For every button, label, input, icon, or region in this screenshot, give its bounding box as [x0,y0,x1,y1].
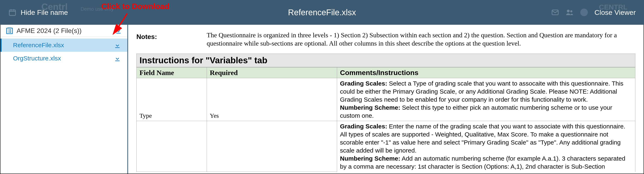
annotation-arrow-icon [110,12,132,35]
table-row: Grading Scales: Enter the name of the gr… [136,121,635,172]
grading-scales-label: Grading Scales: [340,80,387,87]
section-header-variables: Instructions for "Variables" tab [136,54,635,67]
svg-point-4 [580,9,588,16]
mail-icon[interactable] [551,8,559,16]
col-header-required: Required [207,67,337,78]
variables-table: Field Name Required Comments/Instruction… [136,67,635,172]
download-icon[interactable] [114,41,121,49]
cell-field [136,121,207,172]
content-area: Notes: The Questionnaire is organized in… [128,25,644,174]
sidebar-group-header[interactable]: AFME 2024 (2 File(s)) [0,25,127,37]
sidebar-item-label: ReferenceFile.xlsx [13,42,64,49]
numbering-scheme-label: Numbering Scheme: [340,155,400,162]
sidebar-list: ReferenceFile.xlsx OrgStructure.xlsx [0,37,127,67]
brand-ghost: Centrl [41,2,68,12]
annotation-label: Click to Download [101,2,169,11]
svg-rect-0 [9,10,16,15]
sidebar-item-reference-file[interactable]: ReferenceFile.xlsx [0,39,127,52]
file-title: ReferenceFile.xlsx [288,8,356,17]
download-icon[interactable] [114,55,121,62]
cell-field: Type [136,78,207,121]
numbering-scheme-label: Numbering Scheme: [340,104,400,111]
sidebar-item-org-structure[interactable]: OrgStructure.xlsx [0,52,127,65]
svg-point-2 [567,10,570,12]
main-area: AFME 2024 (2 File(s)) ReferenceFile.xlsx… [0,25,644,174]
calendar-icon [8,8,16,16]
sidebar: AFME 2024 (2 File(s)) ReferenceFile.xlsx… [0,25,128,174]
svg-point-3 [570,10,572,12]
people-icon[interactable] [566,8,574,16]
cell-comments: Grading Scales: Select a Type of grading… [337,78,635,121]
list-icon [6,27,14,35]
col-header-field: Field Name [136,67,207,78]
notes-label: Notes: [136,31,202,47]
brand-ghost-right: CENTRL [599,3,628,11]
notes-text: The Questionnaire is organized in three … [207,31,635,47]
col-header-comments: Comments/Instructions [337,67,635,78]
avatar-icon[interactable] [580,8,588,16]
notes-row: Notes: The Questionnaire is organized in… [136,31,635,47]
sidebar-item-label: OrgStructure.xlsx [13,55,61,62]
sidebar-group-name: AFME 2024 (2 File(s)) [16,27,82,35]
cell-required: Yes [207,78,337,121]
table-row: Type Yes Grading Scales: Select a Type o… [136,78,635,121]
header-bar: Centrl Demo use only CENTRL Hide File na… [0,0,644,25]
cell-required [207,121,337,172]
cell-comments: Grading Scales: Enter the name of the gr… [337,121,635,172]
grading-scales-label: Grading Scales: [340,123,387,130]
